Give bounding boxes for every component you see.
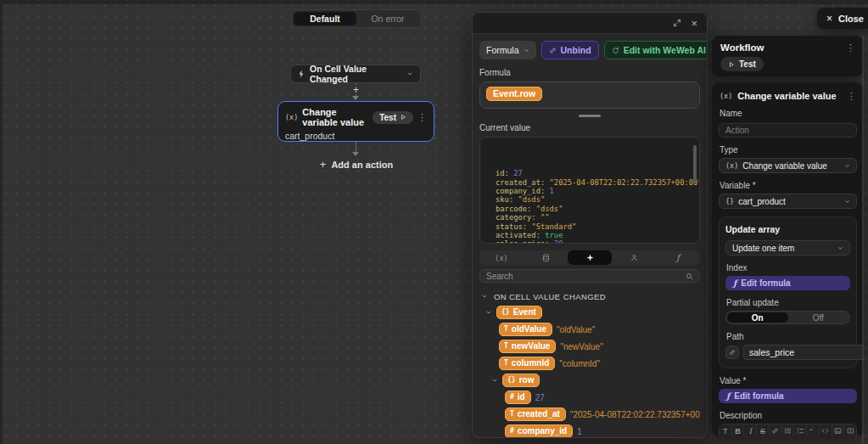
strikethrough-icon[interactable]: S bbox=[757, 424, 770, 436]
chevron-down-icon[interactable] bbox=[491, 377, 498, 384]
number-type-icon: # bbox=[510, 427, 514, 435]
code-line: status: "Standard" bbox=[496, 222, 692, 231]
chevron-down-icon bbox=[837, 245, 843, 251]
bold-icon[interactable]: B bbox=[732, 424, 745, 436]
binding-token[interactable]: #id bbox=[505, 391, 531, 404]
image-icon[interactable] bbox=[832, 424, 845, 436]
node-menu-icon[interactable]: ⋮ bbox=[417, 113, 427, 122]
expand-icon[interactable] bbox=[673, 19, 681, 27]
token-label: row bbox=[519, 375, 535, 385]
formula-modal: × Formula Unbind Edit with WeWeb AI ⋮ Fo… bbox=[472, 12, 708, 438]
drag-handle[interactable] bbox=[579, 115, 601, 117]
binding-token[interactable]: Tcreated_at bbox=[505, 407, 566, 421]
top-edge bbox=[0, 0, 868, 4]
code-icon[interactable] bbox=[820, 424, 832, 436]
formula-type-dropdown[interactable]: Formula bbox=[479, 41, 536, 59]
tree-item-newValue[interactable]: TnewValue"newValue" bbox=[479, 338, 700, 355]
type-select[interactable]: (x) Change variable value bbox=[719, 158, 857, 173]
trigger-node[interactable]: On Cell Value Changed bbox=[290, 65, 421, 83]
italic-icon[interactable]: I bbox=[744, 424, 757, 436]
token-value: 1 bbox=[577, 427, 582, 436]
code-line: sku: "dsds" bbox=[496, 195, 692, 204]
description-editor: TBIS12“ bbox=[719, 424, 857, 436]
tab-default[interactable]: Default bbox=[294, 12, 356, 25]
binding-token[interactable]: TnewValue bbox=[499, 340, 556, 353]
panel-scrollbar[interactable] bbox=[862, 36, 864, 444]
tree-item-created_at[interactable]: Tcreated_at"2025-04-08T22:02:22.732357+0… bbox=[479, 406, 700, 423]
binding-token[interactable]: TcolumnId bbox=[499, 357, 555, 370]
unbind-button[interactable]: Unbind bbox=[541, 41, 599, 59]
value-edit-formula-button[interactable]: ƒ Edit formula bbox=[719, 389, 857, 403]
ordered-list-icon[interactable]: 12 bbox=[794, 424, 807, 436]
tab-events[interactable] bbox=[568, 250, 612, 265]
chevron-down-icon[interactable] bbox=[485, 309, 492, 316]
token-value: "columnId" bbox=[559, 359, 600, 368]
close-icon[interactable]: × bbox=[691, 18, 697, 29]
tree-section-header[interactable]: ON CELL VALUE CHANGED bbox=[479, 289, 700, 304]
binding-token[interactable]: {}Event bbox=[496, 306, 542, 319]
text-type-icon: T bbox=[504, 342, 508, 350]
tab-variables[interactable]: (x) bbox=[479, 250, 524, 265]
index-edit-formula-button[interactable]: ƒ Edit formula bbox=[725, 276, 850, 290]
object-type-icon: {} bbox=[507, 376, 516, 384]
text-type-icon: T bbox=[504, 325, 508, 333]
code-scrollbar[interactable] bbox=[693, 145, 697, 184]
variable-icon: (x) bbox=[285, 113, 298, 121]
bind-icon[interactable] bbox=[725, 346, 739, 359]
formula-token[interactable]: Event.row bbox=[486, 87, 542, 101]
chevron-down-icon[interactable] bbox=[406, 70, 413, 77]
tree-item-Event[interactable]: {}Event bbox=[479, 304, 700, 321]
action-menu-icon[interactable]: ⋮ bbox=[847, 92, 856, 101]
bindings-tree: ON CELL VALUE CHANGED {}EventToldValue"o… bbox=[479, 289, 700, 437]
tree-item-oldValue[interactable]: ToldValue"oldValue" bbox=[479, 321, 700, 338]
tab-on-error[interactable]: On error bbox=[356, 12, 419, 25]
action-node-variable: cart_product bbox=[285, 131, 427, 141]
binding-token[interactable]: #company_id bbox=[505, 424, 573, 437]
tree-item-company_id[interactable]: #company_id1 bbox=[479, 423, 700, 437]
close-icon: × bbox=[826, 13, 832, 25]
chevron-down-icon bbox=[844, 163, 850, 169]
video-icon[interactable] bbox=[844, 424, 856, 436]
variable-icon: (x) bbox=[495, 254, 507, 262]
formula-label: Formula bbox=[479, 68, 700, 77]
text-icon[interactable]: T bbox=[720, 424, 732, 436]
description-label: Description bbox=[720, 411, 856, 420]
code-line: barcode: "dsds" bbox=[496, 205, 692, 213]
add-action-button[interactable]: + Add an action bbox=[320, 158, 393, 171]
toggle-on[interactable]: On bbox=[727, 312, 788, 323]
workflow-test-button[interactable]: Test bbox=[720, 57, 764, 71]
link-icon[interactable] bbox=[770, 424, 782, 436]
play-icon bbox=[728, 61, 735, 68]
node-test-button[interactable]: Test bbox=[372, 111, 413, 124]
search-input[interactable] bbox=[486, 272, 680, 281]
tree-item-id[interactable]: #id27 bbox=[479, 389, 700, 406]
branch-tabs: Default On error bbox=[291, 9, 422, 28]
binding-token[interactable]: {}row bbox=[502, 374, 540, 387]
action-node[interactable]: (x) Change variable value Test ⋮ cart_pr… bbox=[277, 101, 434, 142]
tree-item-row[interactable]: {}row bbox=[479, 372, 700, 389]
formula-input[interactable]: Event.row bbox=[479, 81, 700, 109]
search-icon bbox=[686, 273, 693, 280]
action-settings-card: (x) Change variable value ⋮ Name Type (x… bbox=[712, 82, 864, 436]
tab-formulas[interactable]: ƒ bbox=[656, 250, 700, 265]
path-input[interactable] bbox=[743, 345, 864, 360]
update-array-section: Update array Update one item Index ƒ Edi… bbox=[719, 216, 857, 368]
unbind-icon bbox=[549, 47, 557, 54]
tree-item-columnId[interactable]: TcolumnId"columnId" bbox=[479, 355, 700, 372]
edit-with-ai-button[interactable]: Edit with WeWeb AI bbox=[604, 41, 707, 59]
close-panel-button[interactable]: × Close bbox=[817, 8, 868, 29]
variable-select[interactable]: {} cart_product bbox=[719, 194, 857, 209]
update-mode-select[interactable]: Update one item bbox=[725, 240, 850, 256]
user-icon bbox=[630, 254, 638, 261]
bullet-list-icon[interactable] bbox=[782, 424, 795, 436]
toggle-off[interactable]: Off bbox=[788, 312, 849, 323]
tab-user[interactable] bbox=[612, 250, 656, 265]
workflow-menu-icon[interactable]: ⋮ bbox=[846, 43, 855, 53]
tab-collections[interactable] bbox=[524, 250, 568, 265]
formula-icon: ƒ bbox=[733, 278, 736, 288]
action-node-title: Change variable value bbox=[302, 107, 368, 127]
chevron-down-icon bbox=[481, 293, 488, 300]
name-input[interactable] bbox=[719, 123, 857, 138]
binding-token[interactable]: ToldValue bbox=[499, 323, 552, 336]
quote-icon[interactable]: “ bbox=[807, 424, 820, 436]
